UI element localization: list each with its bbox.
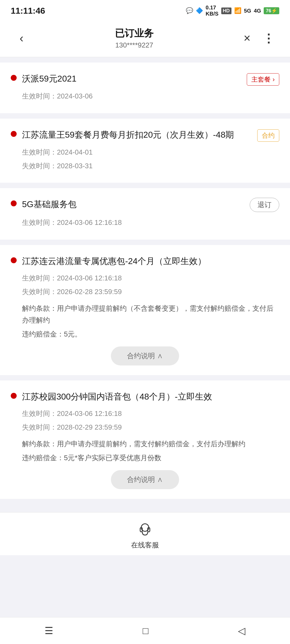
5g-icon: 5G	[244, 8, 251, 14]
contract-details-btn-4[interactable]: 合约说明 ∧	[111, 346, 179, 365]
service-card-3: 5G基础服务包 退订 生效时间：2024-03-06 12:16:18	[0, 188, 290, 240]
service-info-4: 生效时间：2024-03-06 12:16:18 失效时间：2026-02-28…	[22, 272, 279, 298]
effective-time-3: 生效时间：2024-03-06 12:16:18	[22, 216, 279, 229]
effective-time-5: 生效时间：2024-03-06 12:16:18	[22, 407, 279, 420]
close-icon: ×	[244, 31, 251, 45]
system-nav: ☰ □ ◁	[0, 617, 290, 644]
menu-nav-icon: ☰	[45, 625, 53, 636]
contract-btn-label-5: 合约说明 ∧	[127, 475, 163, 484]
status-dot-2	[11, 131, 17, 137]
service-title-row-4: 江苏连云港流量专属优惠包-24个月（立即生效）	[11, 255, 274, 268]
signal-data: 0.17KB/S	[206, 5, 219, 17]
service-header-1: 沃派59元2021 主套餐 ›	[11, 72, 279, 86]
header-center: 已订业务 130****9227	[115, 27, 154, 49]
service-card-2: 江苏流量王59套餐月费每月折扣20元（次月生效）-48期 合约 生效时间：202…	[0, 119, 290, 183]
service-name-4: 江苏连云港流量专属优惠包-24个月（立即生效）	[22, 255, 206, 268]
service-name-3: 5G基础服务包	[22, 198, 77, 211]
service-header-4: 江苏连云港流量专属优惠包-24个月（立即生效）	[11, 255, 279, 268]
contract-note-4: 解约条款：用户申请办理提前解约（不含套餐变更），需支付解约赔偿金，支付后办理解约…	[22, 302, 279, 340]
contract-details-btn-5[interactable]: 合约说明 ∧	[111, 470, 179, 489]
4g-icon: 4G	[254, 8, 261, 14]
effective-time-4: 生效时间：2024-03-06 12:16:18	[22, 272, 279, 284]
phone-number: 130****9227	[115, 41, 154, 49]
service-info-1: 生效时间：2024-03-06	[22, 90, 279, 103]
penalty-note-5: 违约赔偿金：5元*客户实际已享受优惠月份数	[22, 452, 279, 464]
contract-terms-4: 解约条款：用户申请办理提前解约（不含套餐变更），需支付解约赔偿金，支付后办理解约	[22, 302, 279, 326]
contract-terms-5: 解约条款：用户申请办理提前解约，需支付解约赔偿金，支付后办理解约	[22, 438, 279, 450]
bluetooth-icon: 🔷	[196, 7, 203, 14]
more-icon: ⋮	[263, 31, 274, 45]
wifi-icon: 📶	[234, 7, 241, 14]
page-title: 已订业务	[115, 27, 154, 40]
bottom-service-label: 在线客服	[131, 540, 159, 550]
contract-note-5: 解约条款：用户申请办理提前解约，需支付解约赔偿金，支付后办理解约 违约赔偿金：5…	[22, 438, 279, 464]
expire-time-5: 失效时间：2028-02-29 23:59:59	[22, 421, 279, 434]
header: ‹ 已订业务 130****9227 × ⋮	[0, 21, 290, 57]
back-icon: ‹	[20, 31, 24, 45]
service-card-1: 沃派59元2021 主套餐 › 生效时间：2024-03-06	[0, 63, 290, 113]
contract-btn-label-4: 合约说明 ∧	[127, 351, 163, 361]
back-button[interactable]: ‹	[11, 27, 32, 49]
service-info-5: 生效时间：2024-03-06 12:16:18 失效时间：2028-02-29…	[22, 407, 279, 434]
status-dot-3	[11, 200, 17, 206]
more-button[interactable]: ⋮	[258, 27, 279, 49]
service-title-row-3: 5G基础服务包	[11, 198, 244, 211]
battery-icon: 76⚡	[264, 7, 279, 14]
headset-icon	[136, 521, 154, 538]
service-title-row-1: 沃派59元2021	[11, 72, 241, 85]
menu-nav-button[interactable]: ☰	[34, 623, 64, 639]
service-info-2: 生效时间：2024-04-01 失效时间：2028-03-31	[22, 146, 279, 172]
service-info-3: 生效时间：2024-03-06 12:16:18	[22, 216, 279, 229]
expire-time-4: 失效时间：2026-02-28 23:59:59	[22, 286, 279, 298]
status-bar: 11:11:46 💬 🔷 0.17KB/S HD 📶 5G 4G 76⚡	[0, 0, 290, 21]
status-time: 11:11:46	[11, 6, 45, 16]
service-name-1: 沃派59元2021	[22, 72, 77, 85]
home-nav-button[interactable]: □	[132, 623, 159, 639]
badge-main-label-1: 主套餐 ›	[251, 75, 275, 84]
home-nav-icon: □	[143, 625, 148, 636]
service-title-row-5: 江苏校园300分钟国内语音包（48个月）-立即生效	[11, 390, 274, 403]
status-icons: 💬 🔷 0.17KB/S HD 📶 5G 4G 76⚡	[186, 5, 279, 17]
expire-time-2: 失效时间：2028-03-31	[22, 160, 279, 172]
badge-unsubscribe-label-3: 退订	[258, 201, 271, 209]
services-list: 沃派59元2021 主套餐 › 生效时间：2024-03-06 江苏流量王59套…	[0, 57, 290, 510]
badge-contract-2[interactable]: 合约	[257, 129, 279, 142]
status-dot-1	[11, 75, 17, 81]
service-name-5: 江苏校园300分钟国内语音包（48个月）-立即生效	[22, 390, 212, 403]
badge-contract-label-2: 合约	[262, 132, 275, 139]
penalty-note-4: 违约赔偿金：5元。	[22, 328, 279, 340]
service-title-row-2: 江苏流量王59套餐月费每月折扣20元（次月生效）-48期	[11, 128, 252, 141]
bottom-service[interactable]: 在线客服	[0, 512, 290, 555]
wechat-icon: 💬	[186, 7, 193, 14]
hd-icon: HD	[221, 8, 231, 14]
badge-unsubscribe-3[interactable]: 退订	[250, 198, 279, 212]
header-actions: × ⋮	[236, 27, 279, 49]
status-dot-5	[11, 393, 17, 399]
service-card-5: 江苏校园300分钟国内语音包（48个月）-立即生效 生效时间：2024-03-0…	[0, 380, 290, 499]
service-header-5: 江苏校园300分钟国内语音包（48个月）-立即生效	[11, 390, 279, 403]
back-nav-button[interactable]: ◁	[227, 623, 256, 639]
badge-main-1[interactable]: 主套餐 ›	[247, 73, 279, 86]
service-header-2: 江苏流量王59套餐月费每月折扣20元（次月生效）-48期 合约	[11, 128, 279, 142]
status-dot-4	[11, 257, 17, 263]
service-header-3: 5G基础服务包 退订	[11, 198, 279, 212]
service-name-2: 江苏流量王59套餐月费每月折扣20元（次月生效）-48期	[22, 128, 234, 141]
effective-time-1: 生效时间：2024-03-06	[22, 90, 279, 103]
service-card-4: 江苏连云港流量专属优惠包-24个月（立即生效） 生效时间：2024-03-06 …	[0, 245, 290, 375]
close-button[interactable]: ×	[236, 27, 258, 49]
effective-time-2: 生效时间：2024-04-01	[22, 146, 279, 159]
back-nav-icon: ◁	[238, 625, 245, 636]
